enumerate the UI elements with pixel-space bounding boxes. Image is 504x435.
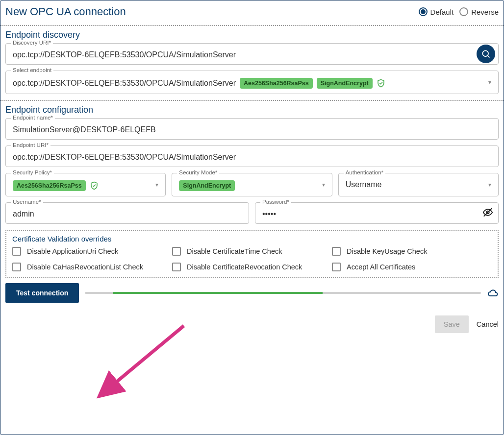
field-label: Authentication* (344, 169, 385, 175)
svg-line-1 (488, 56, 490, 58)
discovery-uri-input[interactable] (13, 50, 472, 59)
chevron-down-icon: ▾ (322, 181, 325, 188)
mode-chip: SignAndEncrypt (179, 180, 235, 191)
field-label: Security Policy* (11, 169, 54, 175)
save-button[interactable]: Save (435, 315, 469, 333)
endpoint-discovery-title: Endpoint discovery (5, 26, 499, 43)
field-label: Select endpoint (11, 67, 53, 73)
checkbox-icon (332, 247, 341, 256)
check-disable-certrev[interactable]: Disable CertificateRevocation Check (172, 263, 332, 271)
shield-check-icon (377, 79, 385, 88)
field-label: Discovery URI* (11, 40, 53, 46)
radio-default[interactable]: Default (419, 7, 454, 16)
chevron-down-icon: ▾ (155, 181, 158, 188)
radio-label: Reverse (471, 8, 499, 16)
shield-check-icon (90, 181, 99, 190)
svg-point-0 (482, 50, 488, 56)
checkbox-icon (12, 247, 21, 256)
endpoint-name-field[interactable]: Endpoint name* (5, 118, 499, 140)
check-disable-carevlist[interactable]: Disable CaHasRevocationList Check (12, 263, 172, 271)
check-label: Disable CertificateRevocation Check (187, 263, 302, 271)
field-label: Security Mode* (177, 169, 219, 175)
endpoint-url: opc.tcp://DESKTOP-6ELQEFB:53530/OPCUA/Si… (13, 79, 236, 88)
check-label: Disable CertificateTime Check (187, 247, 282, 255)
checkbox-icon (12, 263, 21, 271)
radio-icon (419, 7, 428, 16)
cloud-icon (487, 287, 499, 299)
chevron-down-icon: ▾ (488, 79, 491, 86)
password-field[interactable]: Password* ••••• (255, 202, 499, 224)
field-label: Endpoint URI* (11, 142, 50, 148)
endpoint-name-input[interactable] (13, 125, 491, 134)
check-label: Disable KeyUsage Check (347, 247, 427, 255)
check-label: Disable ApplicationUri Check (27, 247, 118, 255)
check-disable-keyusage[interactable]: Disable KeyUsage Check (332, 247, 492, 256)
checkbox-icon (332, 263, 341, 271)
cancel-button[interactable]: Cancel (477, 315, 499, 333)
test-connection-button[interactable]: Test connection (5, 283, 79, 303)
discovery-search-button[interactable] (477, 45, 495, 63)
connection-type-radios: Default Reverse (419, 7, 499, 16)
security-policy-field[interactable]: Security Policy* Aes256Sha256RsaPss ▾ (5, 173, 166, 196)
check-accept-all[interactable]: Accept All Certificates (332, 263, 492, 271)
authentication-field[interactable]: Authentication* Username ▾ (338, 173, 499, 196)
policy-chip: Aes256Sha256RsaPss (240, 78, 313, 89)
radio-reverse[interactable]: Reverse (459, 7, 499, 16)
checkbox-icon (172, 247, 181, 256)
mode-chip: SignAndEncrypt (317, 78, 373, 89)
password-masked: ••••• (262, 210, 276, 218)
chevron-down-icon: ▾ (488, 181, 491, 188)
radio-icon (459, 7, 468, 16)
policy-chip: Aes256Sha256RsaPss (13, 180, 86, 191)
check-label: Disable CaHasRevocationList Check (27, 263, 143, 271)
cert-validation-overrides: Certificate Validation overrides Disable… (5, 230, 499, 278)
endpoint-uri-input[interactable] (13, 153, 491, 162)
progress-fill (113, 292, 323, 294)
new-connection-dialog: New OPC UA connection Default Reverse En… (0, 0, 504, 435)
check-label: Accept All Certificates (347, 263, 415, 271)
toggle-password-button[interactable] (482, 207, 493, 219)
auth-value: Username (346, 180, 382, 189)
search-icon (481, 49, 491, 59)
endpoint-config-title: Endpoint configuration (5, 101, 499, 118)
field-label: Username* (11, 199, 43, 205)
security-mode-field[interactable]: Security Mode* SignAndEncrypt ▾ (172, 173, 332, 196)
check-disable-appuri[interactable]: Disable ApplicationUri Check (12, 247, 172, 256)
radio-label: Default (430, 8, 454, 16)
dialog-title: New OPC UA connection (5, 5, 126, 18)
field-label: Endpoint name* (11, 115, 55, 121)
username-field[interactable]: Username* (5, 202, 249, 224)
endpoint-uri-field[interactable]: Endpoint URI* (5, 145, 499, 167)
check-disable-certtime[interactable]: Disable CertificateTime Check (172, 247, 332, 256)
checkbox-icon (172, 263, 181, 271)
field-label: Password* (260, 199, 291, 205)
select-endpoint-field[interactable]: Select endpoint opc.tcp://DESKTOP-6ELQEF… (5, 71, 499, 94)
eye-off-icon (482, 207, 493, 218)
test-progress-bar (85, 292, 481, 294)
cert-title: Certificate Validation overrides (12, 235, 492, 243)
username-input[interactable] (13, 210, 242, 218)
discovery-uri-field[interactable]: Discovery URI* (5, 43, 499, 65)
